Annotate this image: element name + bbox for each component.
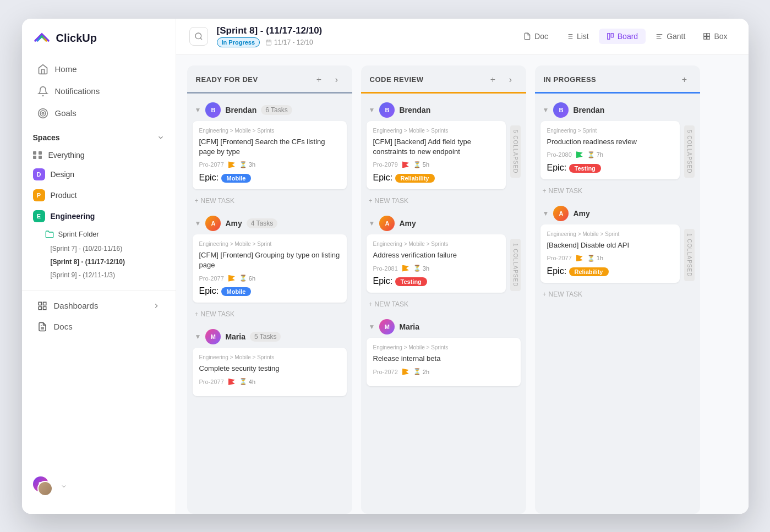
home-label: Home (55, 64, 77, 74)
hourglass-icon: ⏳ (413, 161, 421, 168)
collapsed-tasks-amy-ip[interactable]: 1 COLLAPSED (684, 229, 695, 281)
new-task-brendan-ip[interactable]: + NEW TASK (540, 184, 695, 198)
expand-code-review-button[interactable]: › (504, 73, 517, 86)
brendan-ip-name: Brendan (573, 106, 604, 114)
hourglass-icon: ⏳ (413, 265, 421, 272)
sidebar-item-dashboards[interactable]: Dashboards (26, 295, 171, 316)
tab-board-label: Board (618, 32, 638, 41)
task-card[interactable]: Engineering > Sprint Production readines… (540, 121, 680, 179)
time-badge: ⏳ 6h (239, 275, 255, 282)
new-task-amy-ip[interactable]: + NEW TASK (540, 287, 695, 301)
task-card[interactable]: Engineering > Mobile > Sprint [CFM] [Fro… (193, 234, 347, 303)
box-icon (703, 32, 711, 40)
group-amy-in-progress[interactable]: ▼ A Amy (540, 202, 695, 224)
add-task-ready-button[interactable]: + (313, 73, 326, 86)
task-card[interactable]: Engineering > Mobile > Sprints [CFM] [Ba… (367, 121, 506, 189)
goals-label: Goals (55, 108, 77, 118)
sprint-dates: 11/17 - 12/10 (265, 39, 313, 46)
add-task-code-review-button[interactable]: + (487, 73, 500, 86)
new-task-brendan-cr[interactable]: + NEW TASK (367, 194, 521, 208)
amy-task-count: 4 Tasks (247, 218, 277, 228)
task-id: Pro-2077 (199, 275, 224, 282)
column-actions-ready: + › (313, 73, 343, 86)
flag-icon (402, 161, 409, 168)
flag-icon (402, 369, 409, 375)
task-meta: Pro-2077 ⏳ 1h (547, 255, 673, 262)
group-maria-cr-chevron: ▼ (369, 323, 375, 331)
task-title: [CFM] [Frontend] Grouping by type on lis… (199, 250, 340, 270)
sidebar-item-product[interactable]: P Product (22, 185, 176, 206)
maria-name: Maria (225, 332, 245, 341)
group-brendan-cr-chevron: ▼ (369, 106, 375, 114)
new-task-amy-ready[interactable]: + NEW TASK (193, 307, 347, 321)
task-title: [CFM] [Backend] Add field type constrain… (373, 137, 499, 157)
sidebar-item-docs[interactable]: Docs (26, 316, 171, 337)
collapsed-tasks-brendan-ip[interactable]: 5 COLLAPSED (684, 125, 695, 178)
search-button[interactable] (189, 27, 208, 46)
sidebar-item-engineering[interactable]: E Engineering (22, 206, 176, 227)
sidebar-item-home[interactable]: Home (26, 58, 171, 80)
task-id: Pro-2077 (199, 379, 224, 385)
task-card[interactable]: Engineering > Mobile > Sprints Complete … (193, 348, 347, 396)
everything-label: Everything (48, 151, 85, 160)
group-amy-code-review[interactable]: ▼ A Amy (367, 212, 521, 234)
group-maria-code-review[interactable]: ▼ M Maria (367, 316, 521, 338)
board-area: READY FOR DEV + › ▼ B Brendan 6 Tasks (176, 54, 749, 514)
time-badge: ⏳ 3h (239, 161, 255, 168)
spaces-section-header[interactable]: Spaces (22, 124, 176, 146)
dashboards-chevron-icon (152, 302, 160, 310)
group-brendan-in-progress[interactable]: ▼ B Brendan (540, 99, 695, 121)
collapsed-tasks-brendan-cr[interactable]: 5 COLLAPSED (510, 125, 521, 178)
brendan-cr-name: Brendan (399, 106, 430, 114)
sidebar-item-goals[interactable]: Goals (26, 102, 171, 124)
task-card[interactable]: Engineering > Mobile > Sprints Release i… (367, 338, 521, 386)
sidebar-sprint8[interactable]: [Sprint 8] - (11/17-12/10) (22, 255, 176, 268)
task-card[interactable]: Engineering > Mobile > Sprint [Backend] … (540, 224, 680, 283)
calendar-icon (265, 39, 272, 46)
tab-gantt[interactable]: Gantt (648, 29, 693, 44)
group-maria-ready[interactable]: ▼ M Maria 5 Tasks (193, 326, 347, 348)
task-id: Pro-2077 (547, 255, 572, 261)
hourglass-icon: ⏳ (239, 378, 247, 385)
logo-area[interactable]: ClickUp (22, 30, 176, 58)
task-id: Pro-2080 (547, 151, 572, 158)
product-space-icon: P (33, 189, 45, 201)
flag-icon (576, 255, 583, 261)
tab-box[interactable]: Box (695, 29, 735, 44)
task-epic: Epic: Reliability (547, 266, 673, 276)
group-brendan-code-review[interactable]: ▼ B Brendan (367, 99, 521, 121)
tab-board[interactable]: Board (599, 29, 646, 44)
svg-rect-29 (707, 36, 710, 39)
sidebar-item-notifications[interactable]: Notifications (26, 80, 171, 102)
svg-rect-21 (608, 33, 610, 39)
sidebar-sprint9[interactable]: [Sprint 9] - (12/11-1/3) (22, 268, 176, 282)
tab-doc[interactable]: Doc (516, 29, 556, 44)
new-task-amy-cr[interactable]: + NEW TASK (367, 297, 521, 311)
flag-icon (402, 265, 409, 272)
epic-badge: Mobile (221, 287, 252, 296)
group-amy-ready[interactable]: ▼ A Amy 4 Tasks (193, 212, 347, 234)
task-meta: Pro-2079 ⏳ 5h (373, 161, 499, 168)
expand-ready-button[interactable]: › (330, 73, 343, 86)
add-task-in-progress-button[interactable]: + (678, 73, 691, 86)
design-space-icon: D (33, 168, 45, 180)
new-task-brendan-ready[interactable]: + NEW TASK (193, 194, 347, 208)
task-card[interactable]: Engineering > Mobile > Sprints [CFM] [Fr… (193, 121, 347, 189)
sidebar-item-design[interactable]: D Design (22, 164, 176, 185)
column-title-in-progress: IN PROGRESS (544, 75, 597, 84)
view-tabs: Doc List Board Gantt Box (516, 29, 735, 44)
collapsed-tasks-amy-cr[interactable]: 1 COLLAPSED (510, 239, 521, 291)
brendan-task-count: 6 Tasks (261, 105, 292, 115)
sidebar-sprint7[interactable]: [Sprint 7] - (10/20-11/16) (22, 242, 176, 255)
task-card[interactable]: Engineering > Mobile > Sprints Address v… (367, 234, 506, 293)
group-brendan-ready[interactable]: ▼ B Brendan 6 Tasks (193, 99, 347, 121)
task-id: Pro-2072 (373, 369, 398, 375)
sidebar-item-everything[interactable]: Everything (22, 146, 176, 164)
sprint-folder-item[interactable]: Sprint Folder (22, 227, 176, 242)
sprint-folder-label: Sprint Folder (58, 230, 99, 238)
tab-list[interactable]: List (558, 29, 597, 44)
app-name: ClickUp (56, 32, 97, 45)
hourglass-icon: ⏳ (239, 275, 247, 282)
user-area[interactable]: S (22, 470, 176, 503)
avatar-photo (37, 481, 53, 496)
